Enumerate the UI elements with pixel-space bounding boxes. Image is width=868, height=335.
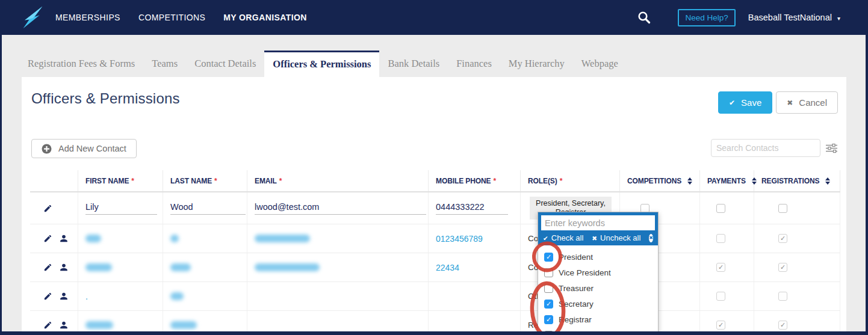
tab-teams[interactable]: Teams [143, 51, 186, 77]
cancel-button[interactable]: ✖ Cancel [776, 91, 838, 114]
tab-webpage[interactable]: Webpage [573, 51, 627, 77]
required-marker: * [214, 177, 217, 185]
payments-cell: ✓ [700, 253, 754, 281]
person-icon[interactable] [60, 292, 68, 301]
tab-officers-permissions[interactable]: Officers & Permissions [264, 51, 379, 77]
save-button[interactable]: ✔ Save [718, 91, 772, 114]
payments-cell: ✓ [700, 311, 754, 335]
sort-icon[interactable] [825, 177, 830, 185]
payments-checkbox [716, 234, 725, 243]
nav-right: Need Help? Baseball TestNational ▾ [637, 9, 840, 26]
redacted-first [85, 321, 113, 329]
gameday-logo-icon[interactable] [20, 5, 44, 30]
tab-finances[interactable]: Finances [448, 51, 500, 77]
redacted-last [170, 235, 179, 242]
pencil-icon[interactable] [43, 321, 52, 330]
required-marker: * [279, 177, 282, 185]
role-option-vice-president[interactable]: Vice President [538, 265, 658, 280]
pencil-icon[interactable] [43, 263, 52, 272]
col-header-label: FIRST NAME [85, 177, 129, 185]
registrations-checkbox[interactable] [778, 204, 787, 213]
col-header-competitions[interactable]: COMPETITIONS [620, 170, 700, 191]
row-actions-cell [30, 311, 78, 335]
phone-input[interactable]: 0444333222 [436, 202, 508, 215]
last-input[interactable]: Wood [170, 202, 246, 215]
search-icon[interactable] [637, 10, 651, 25]
nav-item-memberships[interactable]: MEMBERSHIPS [46, 13, 129, 22]
need-help-button[interactable]: Need Help? [678, 9, 735, 26]
contact-row-1: LilyWoodlwood@test.com0444333222Presiden… [30, 192, 840, 224]
person-icon[interactable] [60, 263, 68, 272]
row-actions-cell [30, 192, 78, 224]
person-icon[interactable] [60, 321, 68, 330]
tab-my-hierarchy[interactable]: My Hierarchy [500, 51, 573, 77]
content-card: Officers & Permissions ✔ Save ✖ Cancel A… [22, 77, 846, 335]
first-cell: . [78, 282, 163, 310]
roles-keyword-input[interactable] [541, 215, 655, 230]
chevron-down-icon: ▾ [837, 14, 840, 22]
checkbox-icon[interactable] [544, 284, 553, 293]
checkbox-icon[interactable] [544, 331, 553, 335]
registrations-checkbox: ✓ [778, 321, 787, 330]
col-header-registrations[interactable]: REGISTRATIONS [754, 170, 840, 191]
first-cell [78, 224, 163, 253]
email-input[interactable]: lwood@test.com [255, 202, 426, 215]
last-cell [163, 224, 247, 253]
nav-item-my-organisation[interactable]: MY ORGANISATION [214, 13, 316, 22]
col-header-role-s: ROLE(S)* [521, 170, 620, 191]
role-option-label: Treasurer [559, 284, 594, 293]
checkbox-icon[interactable]: ✓ [544, 315, 553, 324]
roles-value[interactable]: Co [528, 234, 538, 243]
role-option-registrar[interactable]: ✓Registrar [538, 312, 658, 327]
payments-cell [700, 192, 754, 224]
check-icon: ✔ [543, 235, 548, 242]
role-option-treasurer[interactable]: Treasurer [538, 280, 658, 296]
search-contacts-input[interactable] [711, 139, 820, 157]
sort-icon[interactable] [687, 177, 692, 185]
redacted-last [170, 292, 184, 300]
checkbox-icon[interactable] [544, 268, 553, 277]
role-option-president[interactable]: ✓President [538, 249, 658, 265]
role-option-secretary[interactable]: ✓Secretary [538, 296, 658, 312]
filter-icon[interactable] [825, 143, 838, 153]
col-header-mobile-phone: MOBILE PHONE* [429, 170, 521, 191]
nav-item-competitions[interactable]: COMPETITIONS [129, 13, 214, 22]
col-header-actions [30, 170, 78, 191]
col-header-payments[interactable]: PAYMENTS [700, 170, 754, 191]
payments-checkbox[interactable] [716, 204, 725, 213]
pencil-icon[interactable] [43, 234, 52, 243]
redacted-last [170, 263, 191, 271]
phone-cell: 0123456789 [429, 224, 521, 253]
required-marker: * [131, 177, 134, 185]
first-value[interactable]: . [85, 292, 88, 301]
first-input[interactable]: Lily [85, 202, 157, 215]
phone-value[interactable]: 22434 [436, 263, 459, 272]
check-all-button[interactable]: ✔ Check all [543, 233, 583, 242]
phone-value[interactable]: 0123456789 [436, 234, 483, 244]
col-header-label: EMAIL [255, 177, 277, 185]
x-icon: ✖ [787, 99, 793, 107]
checkbox-icon[interactable]: ✓ [544, 253, 553, 262]
roles-bulk-actions: ✔ Check all ✖ Uncheck all ✖ [541, 230, 655, 243]
page-actions: ✔ Save ✖ Cancel [718, 91, 838, 114]
pencil-icon[interactable] [43, 204, 52, 213]
role-option-committee-member[interactable]: Committee Member [538, 327, 658, 335]
uncheck-all-label: Uncheck all [600, 233, 640, 242]
checkbox-icon[interactable]: ✓ [544, 300, 553, 309]
registrations-checkbox: ✓ [778, 234, 787, 243]
add-new-contact-button[interactable]: Add New Contact [31, 139, 137, 158]
roles-value[interactable]: Re [528, 321, 538, 330]
registrations-cell: ✓ [754, 224, 840, 253]
uncheck-all-button[interactable]: ✖ Uncheck all [592, 233, 640, 242]
roles-value[interactable]: Co [528, 263, 538, 272]
tab-registration-fees-forms[interactable]: Registration Fees & Forms [19, 51, 143, 77]
tab-contact-details[interactable]: Contact Details [186, 51, 264, 77]
person-icon[interactable] [60, 234, 68, 243]
email-cell [247, 311, 429, 335]
account-menu[interactable]: Baseball TestNational ▾ [748, 13, 840, 22]
close-icon[interactable]: ✖ [649, 234, 653, 242]
payments-checkbox [716, 292, 725, 301]
tab-bank-details[interactable]: Bank Details [379, 51, 448, 77]
pencil-icon[interactable] [43, 292, 52, 301]
redacted-first [85, 263, 112, 271]
